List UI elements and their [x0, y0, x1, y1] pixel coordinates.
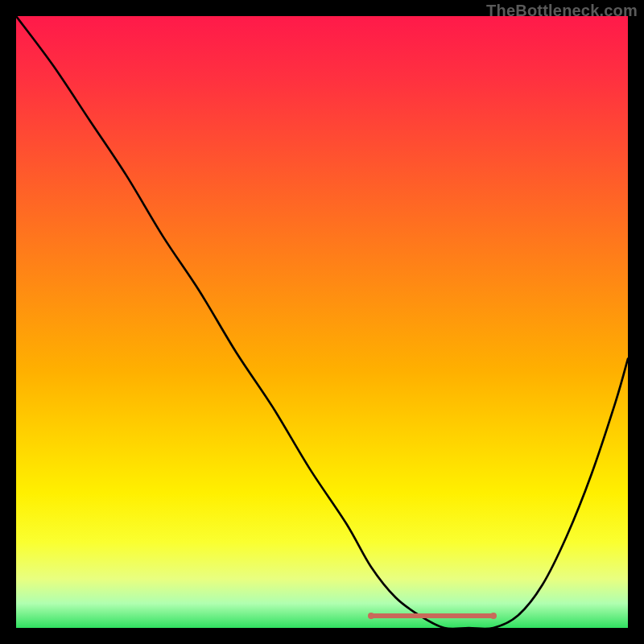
- floor-marker-dot: [368, 613, 374, 619]
- bottleneck-curve: [16, 16, 628, 628]
- chart-canvas: TheBottleneck.com: [0, 0, 644, 644]
- floor-marker-dot: [490, 613, 497, 619]
- floor-highlight-segment: [371, 613, 493, 618]
- plot-area: [16, 16, 628, 628]
- curve-svg: [16, 16, 628, 628]
